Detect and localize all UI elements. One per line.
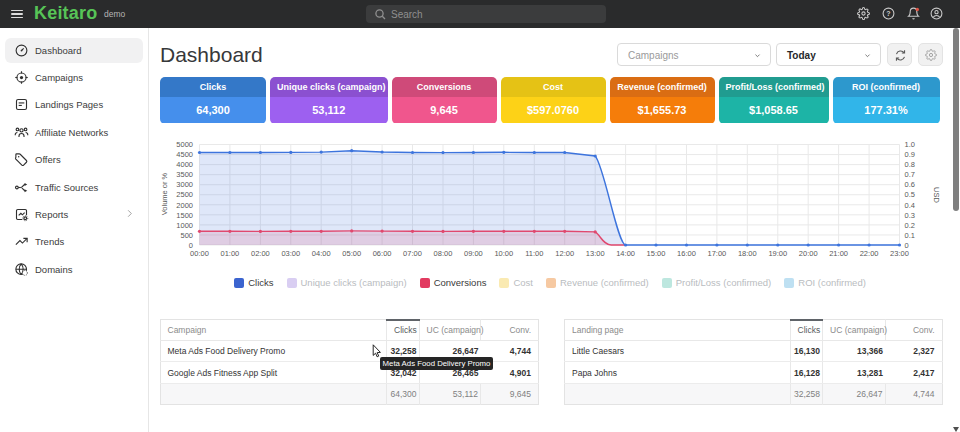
svg-text:05:00: 05:00 (342, 249, 361, 258)
svg-text:2500: 2500 (176, 190, 193, 199)
svg-text:0.9: 0.9 (905, 150, 915, 159)
svg-text:11:00: 11:00 (525, 249, 543, 258)
svg-text:12:00: 12:00 (555, 249, 574, 258)
svg-text:01:00: 01:00 (221, 249, 240, 258)
svg-text:16:00: 16:00 (677, 249, 696, 258)
svg-text:04:00: 04:00 (312, 249, 331, 258)
svg-text:19:00: 19:00 (768, 249, 787, 258)
svg-text:21:00: 21:00 (829, 249, 848, 258)
svg-text:03:00: 03:00 (281, 249, 300, 258)
svg-text:500: 500 (180, 231, 193, 240)
svg-text:13:00: 13:00 (586, 249, 605, 258)
svg-text:4000: 4000 (176, 160, 193, 169)
svg-text:09:00: 09:00 (464, 249, 483, 258)
svg-text:0.1: 0.1 (905, 231, 915, 240)
svg-text:00:00: 00:00 (190, 249, 209, 258)
svg-text:3000: 3000 (176, 180, 193, 189)
svg-text:0.2: 0.2 (905, 221, 915, 230)
svg-text:USD: USD (932, 187, 941, 203)
svg-text:07:00: 07:00 (403, 249, 422, 258)
svg-text:14:00: 14:00 (616, 249, 635, 258)
svg-text:08:00: 08:00 (434, 249, 453, 258)
svg-text:1.0: 1.0 (905, 140, 915, 149)
svg-text:4500: 4500 (176, 150, 193, 159)
svg-text:0.5: 0.5 (905, 190, 915, 199)
svg-text:0.8: 0.8 (905, 160, 915, 169)
svg-text:06:00: 06:00 (373, 249, 392, 258)
svg-text:23:00: 23:00 (890, 249, 909, 258)
svg-text:3500: 3500 (176, 170, 193, 179)
svg-text:22:00: 22:00 (860, 249, 879, 258)
svg-text:0.6: 0.6 (905, 180, 915, 189)
svg-text:18:00: 18:00 (738, 249, 757, 258)
svg-text:2000: 2000 (176, 201, 193, 210)
svg-text:1500: 1500 (176, 211, 193, 220)
svg-text:20:00: 20:00 (799, 249, 818, 258)
svg-text:0.3: 0.3 (905, 211, 915, 220)
svg-text:0.7: 0.7 (905, 170, 915, 179)
svg-text:Volume or %: Volume or % (160, 172, 169, 215)
svg-text:15:00: 15:00 (647, 249, 666, 258)
svg-text:10:00: 10:00 (494, 249, 513, 258)
svg-text:17:00: 17:00 (708, 249, 727, 258)
svg-text:1000: 1000 (176, 221, 193, 230)
svg-text:5000: 5000 (176, 140, 193, 149)
svg-text:0.4: 0.4 (905, 201, 915, 210)
svg-text:02:00: 02:00 (251, 249, 270, 258)
